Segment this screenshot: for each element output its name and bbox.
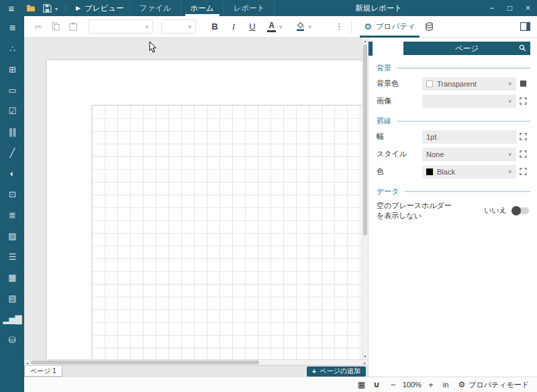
grid-toggle-icon[interactable]: ▦ — [358, 380, 365, 389]
checkbox-tool-icon[interactable]: ☑ — [0, 101, 24, 121]
maximize-button[interactable]: □ — [501, 0, 519, 16]
scroll-left-icon[interactable]: ◂ — [24, 360, 30, 365]
list-tool-icon[interactable]: ☰ — [0, 246, 24, 267]
gear-icon: ⚙ — [364, 21, 372, 32]
image-label: 画像 — [377, 96, 422, 106]
preview-label: プレビュー — [85, 3, 124, 13]
select-tool-icon[interactable]: ⊡ — [0, 184, 24, 205]
app-menu-icon[interactable]: ≡ — [0, 3, 23, 14]
border-width-value: 1pt — [426, 133, 436, 141]
tab-report[interactable]: レポート — [224, 0, 275, 16]
fill-color-chevron[interactable]: ∨ — [308, 24, 313, 30]
scroll-down-icon[interactable]: ▾ — [362, 353, 368, 359]
border-width-input[interactable]: 1pt — [422, 130, 516, 144]
section-data: データ — [377, 187, 530, 197]
property-row-border-style: スタイル None ∨ — [377, 147, 530, 161]
section-background: 背景 — [377, 63, 530, 73]
horizontal-scroll-thumb[interactable] — [31, 360, 259, 364]
zoom-in-button[interactable]: + — [427, 380, 435, 390]
property-mode-button[interactable]: ⚙ プロパティモード — [458, 380, 529, 390]
font-family-select[interactable]: ∨ — [89, 19, 153, 34]
cut-icon[interactable]: ✂ — [30, 21, 47, 32]
report-explorer-icon[interactable]: ∴ — [0, 38, 24, 59]
vertical-scroll-thumb[interactable] — [363, 44, 367, 236]
object-selector-button[interactable]: ページ — [403, 42, 530, 55]
image-select[interactable]: ∨ — [422, 95, 516, 108]
object-selector-label: ページ — [455, 44, 479, 54]
tab-home[interactable]: ホーム — [181, 0, 224, 16]
image-tool-icon[interactable]: ▨ — [0, 226, 24, 246]
richtext-tool-icon[interactable]: ≣ — [0, 205, 24, 226]
chevron-down-icon[interactable]: ∨ — [507, 169, 512, 175]
zoom-out-button[interactable]: − — [389, 380, 397, 390]
underline-button[interactable]: U — [243, 19, 262, 35]
shape-tool-icon[interactable]: ◐ — [0, 163, 24, 184]
save-icon[interactable] — [39, 4, 55, 13]
toolbox-menu-icon[interactable]: ≡ — [0, 17, 24, 38]
chevron-down-icon: ∨ — [144, 24, 149, 30]
fill-color-button[interactable] — [295, 21, 305, 32]
backcolor-picker-button[interactable] — [516, 81, 530, 87]
paste-icon[interactable] — [64, 22, 82, 31]
border-color-label: 色 — [377, 166, 422, 177]
horizontal-scrollbar[interactable]: ◂ ▸ — [24, 359, 368, 365]
minimize-button[interactable]: − — [483, 0, 501, 16]
bold-button[interactable]: B — [205, 19, 224, 35]
save-dropdown-chevron[interactable]: ▾ — [55, 6, 58, 12]
add-control-icon[interactable]: ⊞ — [0, 59, 24, 80]
font-color-chevron[interactable]: ∨ — [279, 24, 283, 30]
empty-placeholder-value: いいえ — [484, 205, 507, 215]
scroll-up-icon[interactable]: ▴ — [362, 38, 368, 44]
vertical-scrollbar[interactable]: ▴ ▾ — [362, 38, 368, 359]
close-button[interactable]: × — [519, 0, 537, 16]
design-canvas[interactable]: ▴ ▾ — [24, 38, 368, 359]
data-source-icon[interactable]: ⛁ — [0, 330, 24, 350]
chart-tool-icon[interactable]: ▂▅▇ — [0, 309, 24, 330]
page-1-tab[interactable]: ページ 1 — [24, 366, 62, 377]
more-tools-icon[interactable]: ⋮ — [332, 21, 346, 32]
snap-toggle-icon[interactable]: ∪ — [373, 380, 380, 389]
font-color-button[interactable]: A — [267, 21, 276, 32]
chevron-down-icon[interactable]: ∨ — [507, 81, 512, 87]
image-expand-icon[interactable] — [516, 97, 530, 105]
data-panel-tab[interactable] — [425, 22, 434, 31]
line-tool-icon[interactable]: ╱ — [0, 142, 24, 163]
chevron-down-icon[interactable]: ∨ — [507, 152, 512, 157]
border-style-label: スタイル — [377, 149, 422, 159]
unit-label[interactable]: in — [443, 381, 449, 389]
textbox-tool-icon[interactable]: ▭ — [0, 80, 24, 101]
properties-tab[interactable]: ⚙ プロパティ — [357, 16, 422, 38]
border-color-select[interactable]: Black ∨ — [422, 165, 516, 179]
border-width-expand-icon[interactable] — [516, 133, 530, 140]
scroll-right-icon[interactable]: ▸ — [362, 360, 368, 365]
border-style-select[interactable]: None ∨ — [422, 148, 516, 161]
preview-button[interactable]: ▶ プレビュー — [70, 3, 130, 13]
toggle-panel-icon[interactable] — [520, 22, 530, 31]
add-page-label: ページの追加 — [320, 366, 360, 376]
property-row-empty-placeholder: 空のプレースホルダーを表示しない いいえ — [377, 201, 530, 221]
selection-accent-strip — [369, 42, 373, 56]
font-size-select[interactable]: ∨ — [161, 19, 196, 34]
property-row-backcolor: 背景色 Transparent ∨ — [377, 77, 530, 91]
backcolor-select[interactable]: Transparent ∨ — [422, 77, 516, 91]
chevron-down-icon[interactable]: ∨ — [507, 99, 512, 104]
empty-placeholder-toggle[interactable] — [511, 207, 529, 214]
ribbon-tabs: ファイル ホーム レポート — [130, 0, 275, 16]
tab-file[interactable]: ファイル — [130, 0, 181, 16]
italic-button[interactable]: I — [224, 19, 243, 35]
tablix-tool-icon[interactable]: ▤ — [0, 288, 24, 309]
open-report-icon[interactable] — [23, 4, 39, 12]
search-icon[interactable] — [519, 44, 526, 53]
report-page[interactable] — [47, 60, 364, 359]
barcode-tool-icon[interactable]: ∥∥ — [0, 121, 24, 142]
copy-icon[interactable] — [47, 22, 64, 31]
empty-placeholder-label: 空のプレースホルダーを表示しない — [377, 201, 456, 221]
add-page-button[interactable]: + ページの追加 — [307, 366, 366, 377]
black-swatch — [426, 168, 433, 175]
border-style-expand-icon[interactable] — [516, 150, 530, 158]
transparent-swatch — [426, 81, 433, 87]
design-grid — [91, 105, 362, 359]
border-color-expand-icon[interactable] — [516, 168, 530, 175]
home-ribbon: ✂ ∨ ∨ B I U A ∨ — [24, 16, 537, 38]
table-tool-icon[interactable]: ▦ — [0, 267, 24, 288]
